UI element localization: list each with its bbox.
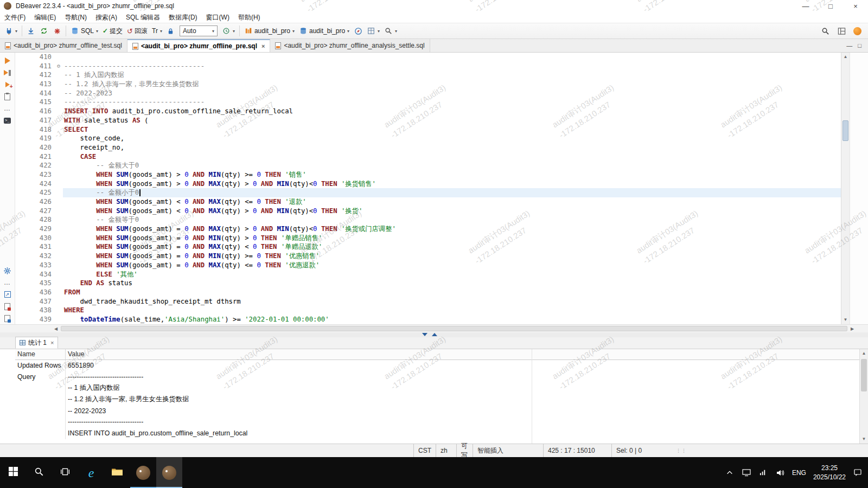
code-line-435[interactable]: 435 END AS status (15, 279, 841, 288)
code-line-411[interactable]: 411⊖----------------------------------- (15, 62, 841, 71)
code-line-417[interactable]: 417WITH sale_status AS ( (15, 116, 841, 125)
code-line-416[interactable]: 416INSERT INTO audit_bi_pro.custom_offli… (15, 107, 841, 116)
minimize-view-icon[interactable]: — (846, 42, 852, 49)
scroll-right-icon[interactable]: ▶ (848, 325, 856, 332)
export-result-button[interactable]: ↗ (1, 288, 14, 300)
code-line-424[interactable]: 424 WHEN SUM(goods_amt) > 0 AND MAX(qty)… (15, 179, 841, 189)
new-connection-button[interactable]: ▾ (2, 24, 20, 37)
editor-tab-3[interactable]: <audit_bi_pro> zhumr_offline_analysis_se… (270, 39, 430, 52)
editor-horizontal-scrollbar[interactable]: ◀ ▶ (0, 324, 868, 332)
transaction-log-button[interactable]: ▾ (220, 24, 237, 37)
minimize-button[interactable]: — (793, 0, 818, 12)
start-button[interactable] (0, 457, 26, 488)
result-row-1[interactable]: Updated Rows6551890 (15, 360, 859, 371)
maximize-view-icon[interactable]: □ (858, 42, 861, 49)
execute-new-tab-button[interactable]: + (1, 79, 14, 91)
code-line-426[interactable]: 426 WHEN SUM(goods_amt) < 0 AND MAX(qty)… (15, 197, 841, 207)
refresh-button[interactable] (37, 24, 50, 37)
menu-item-2[interactable]: 编辑(E) (30, 12, 60, 23)
code-line-432[interactable]: 432 WHEN SUM(goods_amt) = 0 AND MIN(qty)… (15, 252, 841, 261)
results-vertical-scrollbar[interactable]: ▲ ▼ (859, 349, 868, 444)
file-readonly-button[interactable] (1, 300, 14, 312)
code-line-410[interactable]: 410 (15, 53, 841, 62)
more-actions-button[interactable]: … (1, 102, 14, 114)
status-segment-1[interactable]: CST (413, 444, 436, 457)
file-output-button[interactable] (1, 312, 14, 324)
code-line-430[interactable]: 430 WHEN SUM(goods_amt) = 0 AND MIN(qty)… (15, 234, 841, 243)
column-header-name[interactable]: Name (15, 349, 65, 359)
fold-collapse-icon[interactable]: ⊖ (54, 62, 63, 71)
scrollbar-thumb[interactable] (843, 120, 848, 141)
code-line-437[interactable]: 437 dwd_trade_hkaudit_shop_receipt_mt dt… (15, 297, 841, 306)
code-line-425[interactable]: 425 -- 金额小于0 (15, 188, 841, 197)
fetch-button[interactable] (24, 24, 37, 37)
editor-settings-button[interactable] (1, 265, 14, 277)
explain-plan-button[interactable] (1, 91, 14, 102)
menu-item-7[interactable]: 窗口(W) (202, 12, 234, 23)
scrollbar-thumb[interactable] (61, 326, 847, 331)
column-header-value[interactable]: Value (65, 349, 859, 359)
status-segment-6[interactable]: Sel: 0 | 0 (611, 444, 674, 457)
schema-selector[interactable]: audit_bi_pro ▾ (297, 24, 352, 37)
status-segment-5[interactable]: 425 : 17 : 15010 (543, 444, 611, 457)
code-editor[interactable]: 410411⊖---------------------------------… (15, 53, 841, 324)
collapse-panel-icon[interactable] (422, 333, 427, 336)
toolbar-search-button[interactable]: ▾ (382, 24, 399, 37)
action-center-button[interactable] (853, 468, 863, 478)
code-line-436[interactable]: 436FROM (15, 288, 841, 297)
code-line-413[interactable]: 413-- 1.2 插入非海一家，非男生女生换货数据 (15, 80, 841, 89)
code-line-414[interactable]: 414-- 2022-2023 (15, 89, 841, 98)
code-line-431[interactable]: 431 WHEN SUM(goods_amt) = 0 AND MAX(qty)… (15, 242, 841, 252)
database-selector[interactable]: audit_bi_pro ▾ (242, 24, 297, 37)
commit-button[interactable]: ✓ 提交 (100, 24, 125, 37)
code-line-434[interactable]: 434 ELSE '其他' (15, 270, 841, 279)
language-indicator[interactable]: ENG (792, 469, 806, 477)
code-line-433[interactable]: 433 WHEN SUM(goods_amt) = 0 AND MAX(qty)… (15, 261, 841, 270)
menu-item-4[interactable]: 搜索(A) (91, 12, 122, 23)
code-line-439[interactable]: 439 toDateTime(sale_time,'Asia/Shanghai'… (15, 315, 841, 324)
maximize-button[interactable]: □ (818, 0, 843, 12)
scroll-up-icon[interactable]: ▲ (860, 350, 868, 357)
taskbar-clock[interactable]: 23:25 2025/10/22 (813, 464, 846, 481)
result-row-6[interactable]: ---------------------------------- (15, 416, 859, 428)
statistics-tab[interactable]: 统计 1 × (15, 337, 58, 349)
task-view-button[interactable] (52, 457, 78, 488)
scroll-down-icon[interactable]: ▼ (841, 316, 850, 324)
close-tab-icon[interactable]: × (261, 43, 265, 49)
code-line-428[interactable]: 428 -- 金额等于0 (15, 215, 841, 224)
code-line-422[interactable]: 422 -- 金额大于0 (15, 161, 841, 170)
scroll-down-icon[interactable]: ▼ (860, 435, 868, 443)
code-line-421[interactable]: 421 CASE (15, 152, 841, 162)
transaction-mode-button[interactable]: Tr ▾ (150, 24, 164, 37)
code-line-438[interactable]: 438WHERE (15, 306, 841, 315)
result-row-4[interactable]: -- 1.2 插入非海一家, 非男生女生换货数据 (15, 394, 859, 405)
hidden-icons-button[interactable] (725, 468, 735, 478)
rollback-button[interactable]: ↺ 回滚 (125, 24, 150, 37)
code-line-423[interactable]: 423 WHEN SUM(goods_amt) > 0 AND MIN(qty)… (15, 170, 841, 179)
execute-script-button[interactable] (1, 67, 14, 79)
code-line-429[interactable]: 429 WHEN SUM(goods_amt) = 0 AND MAX(qty)… (15, 224, 841, 234)
menu-item-5[interactable]: SQL 编辑器 (122, 12, 164, 23)
transaction-lock-button[interactable] (164, 24, 177, 37)
close-tab-icon[interactable]: × (50, 339, 54, 346)
menu-item-8[interactable]: 帮助(H) (234, 12, 265, 23)
dbeaver-taskbar-button-active[interactable] (156, 457, 182, 488)
auto-commit-combo[interactable]: Auto ▾ (180, 25, 218, 36)
menu-item-1[interactable]: 文件(F) (0, 12, 30, 23)
scrollbar-thumb[interactable] (861, 359, 867, 391)
status-segment-2[interactable]: zh (436, 444, 456, 457)
taskbar-search-button[interactable] (26, 457, 52, 488)
panel-splitter[interactable] (0, 332, 868, 337)
close-button[interactable]: × (843, 0, 868, 12)
status-segment-4[interactable]: 智能插入 (473, 444, 543, 457)
internet-explorer-button[interactable]: e (78, 457, 104, 488)
code-line-420[interactable]: 420 receipt_no, (15, 143, 841, 152)
menu-item-3[interactable]: 导航(N) (60, 12, 91, 23)
device-icon[interactable] (742, 468, 751, 478)
navigate-compass-button[interactable] (352, 24, 365, 37)
perspective-button[interactable] (835, 24, 848, 37)
execute-statement-button[interactable] (1, 55, 14, 67)
sql-editor-button[interactable]: SQL ▾ (68, 24, 100, 37)
code-line-415[interactable]: 415----------------------------------- (15, 98, 841, 107)
network-icon[interactable] (758, 468, 768, 478)
